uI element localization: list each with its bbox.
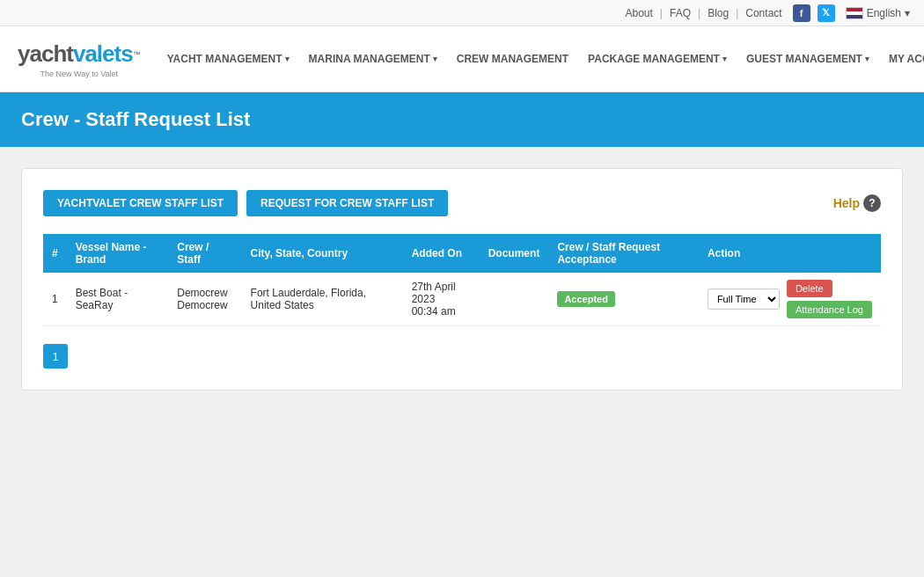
col-action: Action bbox=[699, 234, 881, 273]
faq-link[interactable]: FAQ bbox=[670, 7, 691, 19]
lang-caret: ▾ bbox=[905, 7, 910, 19]
logo[interactable]: yachtvalets™ The New Way to Valet bbox=[18, 40, 141, 78]
col-acceptance: Crew / Staff Request Acceptance bbox=[548, 234, 699, 273]
action-cell: Full Time Part Time Contract Delete Atte… bbox=[708, 280, 872, 318]
delete-button[interactable]: Delete bbox=[787, 280, 832, 297]
blog-link[interactable]: Blog bbox=[708, 7, 729, 19]
chevron-down-icon: ▾ bbox=[865, 55, 869, 63]
col-document: Document bbox=[480, 234, 549, 273]
crew-name: DemocrewDemocrew bbox=[177, 287, 227, 311]
main-nav: YACHT MANAGEMENT ▾ MARINA MANAGEMENT ▾ C… bbox=[158, 28, 924, 90]
logo-tm: ™ bbox=[133, 49, 141, 58]
logo-valets-text: valets bbox=[73, 40, 133, 67]
request-crew-staff-list-button[interactable]: REQUEST FOR CREW STAFF LIST bbox=[246, 190, 448, 216]
top-links: About | FAQ | Blog | Contact bbox=[626, 7, 782, 19]
employment-type-select[interactable]: Full Time Part Time Contract bbox=[708, 288, 780, 310]
help-area: Help ? bbox=[833, 194, 881, 212]
action-buttons: Delete Attendance Log bbox=[787, 280, 872, 318]
nav-marina-management[interactable]: MARINA MANAGEMENT ▾ bbox=[300, 28, 446, 90]
page-title-bar: Crew - Staff Request List bbox=[0, 92, 924, 147]
header: yachtvalets™ The New Way to Valet YACHT … bbox=[0, 26, 924, 92]
help-label: Help bbox=[833, 196, 860, 210]
nav-crew-management[interactable]: CREW MANAGEMENT bbox=[448, 28, 577, 90]
acceptance-badge: Accepted bbox=[557, 291, 615, 307]
help-icon[interactable]: ? bbox=[863, 194, 881, 212]
col-num: # bbox=[43, 234, 67, 273]
chevron-down-icon: ▾ bbox=[433, 55, 437, 63]
added-date: 27th April 202300:34 am bbox=[412, 281, 456, 318]
row-crew: DemocrewDemocrew bbox=[168, 273, 241, 326]
logo-yacht-text: yacht bbox=[18, 40, 73, 67]
nav-guest-management[interactable]: GUEST MANAGEMENT ▾ bbox=[737, 28, 878, 90]
row-vessel: Best Boat - SeaRay bbox=[67, 273, 169, 326]
crew-staff-request-table: # Vessel Name - Brand Crew / Staff City,… bbox=[43, 234, 881, 326]
row-city: Fort Lauderdale, Florida, United States bbox=[242, 273, 403, 326]
col-vessel: Vessel Name - Brand bbox=[67, 234, 169, 273]
row-document bbox=[480, 273, 549, 326]
chevron-down-icon: ▾ bbox=[285, 55, 290, 63]
twitter-icon[interactable]: 𝕏 bbox=[818, 4, 835, 22]
col-added-on: Added On bbox=[403, 234, 480, 273]
table-body: 1 Best Boat - SeaRay DemocrewDemocrew Fo… bbox=[43, 273, 881, 326]
language-selector[interactable]: English ▾ bbox=[846, 7, 910, 19]
contact-link[interactable]: Contact bbox=[745, 7, 781, 19]
main-content: YACHTVALET CREW STAFF LIST REQUEST FOR C… bbox=[0, 147, 924, 543]
row-added-on: 27th April 202300:34 am bbox=[403, 273, 480, 326]
col-city: City, State, Country bbox=[242, 234, 403, 273]
top-bar: About | FAQ | Blog | Contact f 𝕏 English… bbox=[0, 0, 924, 26]
attendance-log-button[interactable]: Attendance Log bbox=[787, 301, 872, 318]
table-row: 1 Best Boat - SeaRay DemocrewDemocrew Fo… bbox=[43, 273, 881, 326]
nav-my-account[interactable]: MY ACCOUNT ▾ bbox=[880, 28, 924, 90]
row-action: Full Time Part Time Contract Delete Atte… bbox=[699, 273, 881, 326]
facebook-icon[interactable]: f bbox=[793, 4, 810, 22]
page-1-button[interactable]: 1 bbox=[43, 344, 68, 369]
content-card: YACHTVALET CREW STAFF LIST REQUEST FOR C… bbox=[21, 168, 903, 391]
col-crew: Crew / Staff bbox=[168, 234, 241, 273]
page-title: Crew - Staff Request List bbox=[21, 108, 250, 130]
nav-yacht-management[interactable]: YACHT MANAGEMENT ▾ bbox=[158, 28, 298, 90]
chevron-down-icon: ▾ bbox=[722, 55, 727, 63]
row-num: 1 bbox=[43, 273, 67, 326]
action-buttons-row: YACHTVALET CREW STAFF LIST REQUEST FOR C… bbox=[43, 190, 881, 216]
table-header: # Vessel Name - Brand Crew / Staff City,… bbox=[43, 234, 881, 273]
logo-tagline: The New Way to Valet bbox=[40, 69, 119, 78]
about-link[interactable]: About bbox=[626, 7, 653, 19]
nav-package-management[interactable]: PACKAGE MANAGEMENT ▾ bbox=[579, 28, 736, 90]
pagination: 1 bbox=[43, 344, 881, 369]
social-icons: f 𝕏 bbox=[793, 4, 835, 22]
flag-icon bbox=[846, 7, 863, 19]
row-acceptance: Accepted bbox=[548, 273, 699, 326]
language-label: English bbox=[867, 7, 901, 19]
logo-image: yachtvalets™ bbox=[18, 40, 141, 68]
yachtvalet-crew-staff-list-button[interactable]: YACHTVALET CREW STAFF LIST bbox=[43, 190, 238, 216]
